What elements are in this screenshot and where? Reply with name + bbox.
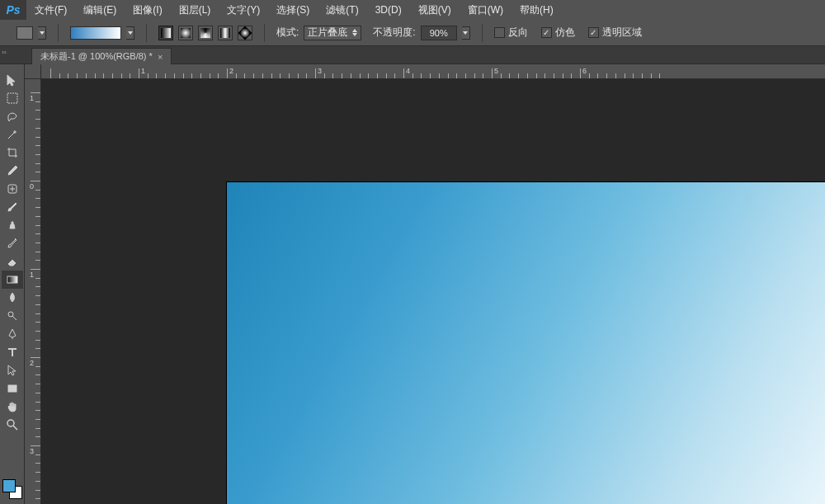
gradient-tool[interactable] [2, 271, 23, 289]
path-select-tool[interactable] [2, 361, 23, 379]
dither-checkbox[interactable] [541, 27, 552, 38]
tools-panel [0, 64, 25, 504]
crop-tool[interactable] [2, 144, 23, 162]
ruler-v-label: 1 [30, 271, 34, 279]
opacity-input[interactable]: 90% [421, 26, 457, 40]
vertical-ruler[interactable]: 10123 [25, 79, 41, 504]
ruler-h-label: 5 [494, 67, 498, 75]
gradient-picker[interactable] [70, 26, 121, 40]
menu-window[interactable]: 窗口(W) [460, 0, 512, 20]
ruler-h-label: 4 [406, 67, 410, 75]
canvas-area: 123456 10123 [25, 64, 825, 504]
ruler-h-label: 1 [141, 67, 145, 75]
clone-stamp-tool[interactable] [2, 216, 23, 234]
healing-brush-tool[interactable] [2, 180, 23, 198]
rectangle-tool[interactable] [2, 379, 23, 398]
ruler-v-label: 1 [30, 94, 34, 102]
menu-image[interactable]: 图像(I) [125, 0, 170, 20]
foreground-color-swatch[interactable] [2, 479, 16, 492]
collapsed-panel-strip[interactable] [0, 46, 8, 56]
reverse-checkbox[interactable] [494, 27, 505, 38]
options-bar: 模式: 正片叠底 不透明度: 90% 反向 仿色 透明区域 [0, 20, 825, 46]
horizontal-ruler[interactable]: 123456 [41, 64, 825, 79]
tool-preset-picker[interactable] [16, 26, 33, 40]
lasso-tool[interactable] [2, 107, 23, 125]
opacity-label: 不透明度: [373, 26, 415, 40]
blend-mode-value: 正片叠底 [308, 26, 347, 40]
document-tab[interactable]: 未标题-1 @ 100%(RGB/8) * × [31, 48, 172, 64]
tool-preset-dropdown[interactable] [38, 26, 46, 40]
gradient-radial-button[interactable] [178, 26, 193, 40]
menu-filter[interactable]: 滤镜(T) [318, 0, 366, 20]
blend-mode-select[interactable]: 正片叠底 [304, 26, 361, 40]
ruler-v-label: 0 [30, 182, 34, 191]
menu-select[interactable]: 选择(S) [268, 0, 318, 20]
reverse-label: 反向 [508, 26, 528, 40]
ruler-h-label: 2 [229, 67, 233, 75]
svg-rect-4 [8, 385, 16, 392]
svg-rect-0 [7, 93, 17, 103]
separator [146, 24, 147, 42]
dodge-tool[interactable] [2, 307, 23, 325]
menu-help[interactable]: 帮助(H) [512, 0, 562, 20]
separator [58, 24, 59, 42]
opacity-dropdown[interactable] [462, 26, 470, 40]
document-canvas[interactable] [227, 182, 825, 504]
history-brush-tool[interactable] [2, 234, 23, 252]
gradient-reflected-button[interactable] [218, 26, 233, 40]
svg-rect-2 [7, 276, 17, 283]
reverse-checkbox-wrap[interactable]: 反向 [494, 26, 528, 40]
marquee-tool[interactable] [2, 89, 23, 107]
separator [264, 24, 265, 42]
gradient-linear-button[interactable] [158, 26, 173, 40]
ruler-v-label: 2 [30, 359, 34, 367]
ruler-h-label: 3 [318, 67, 322, 75]
zoom-tool[interactable] [2, 416, 23, 434]
app-logo[interactable]: Ps [0, 0, 26, 20]
separator [482, 24, 483, 42]
gradient-picker-dropdown[interactable] [126, 26, 134, 40]
magic-wand-tool[interactable] [2, 125, 23, 144]
menu-bar: Ps 文件(F) 编辑(E) 图像(I) 图层(L) 文字(Y) 选择(S) 滤… [0, 0, 825, 20]
menu-view[interactable]: 视图(V) [410, 0, 460, 20]
type-tool[interactable] [2, 343, 23, 361]
dither-checkbox-wrap[interactable]: 仿色 [541, 26, 575, 40]
close-icon[interactable]: × [158, 52, 163, 62]
blur-tool[interactable] [2, 289, 23, 307]
transparency-checkbox-wrap[interactable]: 透明区域 [588, 26, 642, 40]
ruler-h-label: 6 [582, 67, 587, 75]
ruler-corner[interactable] [25, 64, 41, 79]
hand-tool[interactable] [2, 398, 23, 416]
mode-label: 模式: [276, 26, 299, 40]
color-swatches[interactable] [2, 479, 22, 499]
document-tab-bar: 未标题-1 @ 100%(RGB/8) * × [0, 46, 825, 64]
transparency-checkbox[interactable] [588, 27, 599, 38]
workspace: 123456 10123 [0, 64, 825, 504]
transparency-label: 透明区域 [602, 26, 642, 40]
menu-text[interactable]: 文字(Y) [219, 0, 268, 20]
dither-label: 仿色 [555, 26, 575, 40]
move-tool[interactable] [2, 71, 23, 89]
ruler-v-label: 3 [30, 447, 34, 455]
menu-3d[interactable]: 3D(D) [367, 0, 410, 20]
brush-tool[interactable] [2, 198, 23, 216]
gradient-angle-button[interactable] [198, 26, 213, 40]
pen-tool[interactable] [2, 325, 23, 343]
menu-edit[interactable]: 编辑(E) [75, 0, 125, 20]
canvas-background [41, 79, 825, 504]
menu-layer[interactable]: 图层(L) [171, 0, 219, 20]
eraser-tool[interactable] [2, 252, 23, 271]
mode-stepper [352, 29, 357, 36]
gradient-diamond-button[interactable] [238, 26, 252, 40]
svg-point-5 [7, 420, 14, 426]
document-tab-title: 未标题-1 @ 100%(RGB/8) * [40, 50, 153, 63]
menu-file[interactable]: 文件(F) [26, 0, 75, 20]
eyedropper-tool[interactable] [2, 162, 23, 180]
